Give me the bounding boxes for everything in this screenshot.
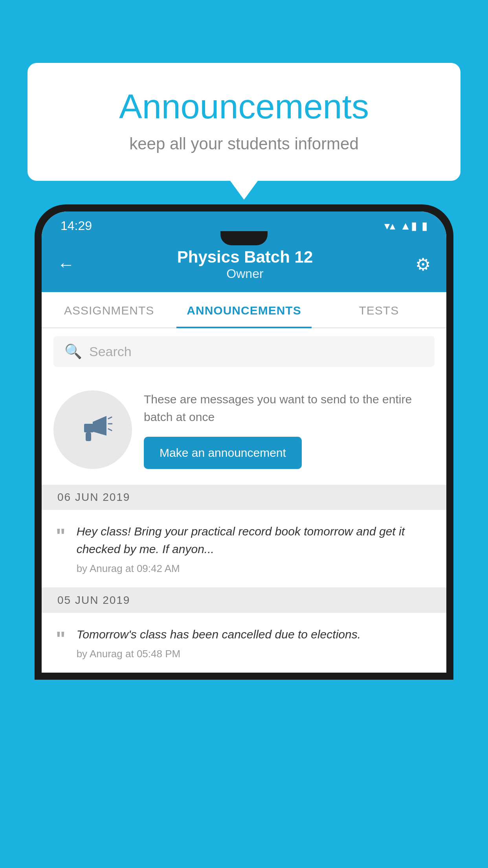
announcement-meta-2: by Anurag at 05:48 PM	[77, 648, 432, 660]
search-icon: 🔍	[64, 343, 82, 360]
tabs-bar: ASSIGNMENTS ANNOUNCEMENTS TESTS	[42, 292, 446, 328]
app-header: ← Physics Batch 12 Owner ⚙	[42, 238, 446, 292]
header-subtitle: Owner	[177, 267, 313, 281]
tab-assignments[interactable]: ASSIGNMENTS	[42, 292, 176, 327]
header-title: Physics Batch 12	[177, 248, 313, 267]
speech-bubble-card: Announcements keep all your students inf…	[28, 63, 460, 181]
search-bar[interactable]: 🔍 Search	[53, 336, 435, 367]
svg-rect-1	[84, 424, 94, 432]
announcement-meta-1: by Anurag at 09:42 AM	[77, 563, 432, 575]
header-center: Physics Batch 12 Owner	[177, 248, 313, 281]
announcement-message-1: Hey class! Bring your practical record b…	[77, 522, 432, 558]
battery-icon: ▮	[422, 219, 427, 232]
phone-mockup: 14:29 ▾▴ ▲▮ ▮ ← Physics Batch 12 Owner ⚙…	[35, 204, 453, 868]
signal-icon: ▲▮	[400, 219, 417, 232]
status-time: 14:29	[61, 219, 92, 233]
tab-tests[interactable]: TESTS	[312, 292, 446, 327]
phone-screen: 14:29 ▾▴ ▲▮ ▮ ← Physics Batch 12 Owner ⚙…	[42, 211, 446, 673]
date-separator-1: 06 JUN 2019	[42, 485, 446, 510]
search-placeholder: Search	[89, 344, 132, 359]
phone-outer: 14:29 ▾▴ ▲▮ ▮ ← Physics Batch 12 Owner ⚙…	[35, 204, 453, 680]
svg-line-4	[108, 429, 112, 430]
svg-line-2	[108, 417, 112, 419]
announcement-message-2: Tomorrow's class has been cancelled due …	[77, 625, 432, 643]
tab-announcements[interactable]: ANNOUNCEMENTS	[176, 292, 311, 327]
date-text-1: 06 JUN 2019	[57, 491, 130, 504]
announcement-item-1[interactable]: " Hey class! Bring your practical record…	[42, 510, 446, 588]
announcement-content-2: Tomorrow's class has been cancelled due …	[77, 625, 432, 660]
speech-bubble: Announcements keep all your students inf…	[28, 63, 460, 181]
speech-bubble-title: Announcements	[59, 86, 429, 127]
svg-rect-5	[86, 432, 91, 441]
announcement-description: These are messages you want to send to t…	[144, 390, 435, 426]
quote-icon-2: "	[56, 629, 66, 649]
announcement-right: These are messages you want to send to t…	[144, 390, 435, 469]
megaphone-icon	[73, 410, 112, 449]
megaphone-circle	[53, 390, 132, 469]
announcement-content-1: Hey class! Bring your practical record b…	[77, 522, 432, 575]
date-text-2: 05 JUN 2019	[57, 594, 130, 607]
announcement-item-2[interactable]: " Tomorrow's class has been cancelled du…	[42, 613, 446, 673]
settings-button[interactable]: ⚙	[415, 254, 431, 274]
date-separator-2: 05 JUN 2019	[42, 588, 446, 613]
quote-icon-1: "	[56, 526, 66, 546]
svg-marker-0	[93, 416, 106, 436]
phone-notch	[220, 231, 268, 245]
make-announcement-button[interactable]: Make an announcement	[144, 437, 302, 469]
announcement-prompt: These are messages you want to send to t…	[42, 375, 446, 485]
search-container: 🔍 Search	[42, 328, 446, 375]
back-button[interactable]: ←	[57, 255, 75, 274]
status-icons: ▾▴ ▲▮ ▮	[384, 219, 427, 232]
speech-bubble-subtitle: keep all your students informed	[59, 134, 429, 153]
wifi-icon: ▾▴	[384, 219, 395, 232]
